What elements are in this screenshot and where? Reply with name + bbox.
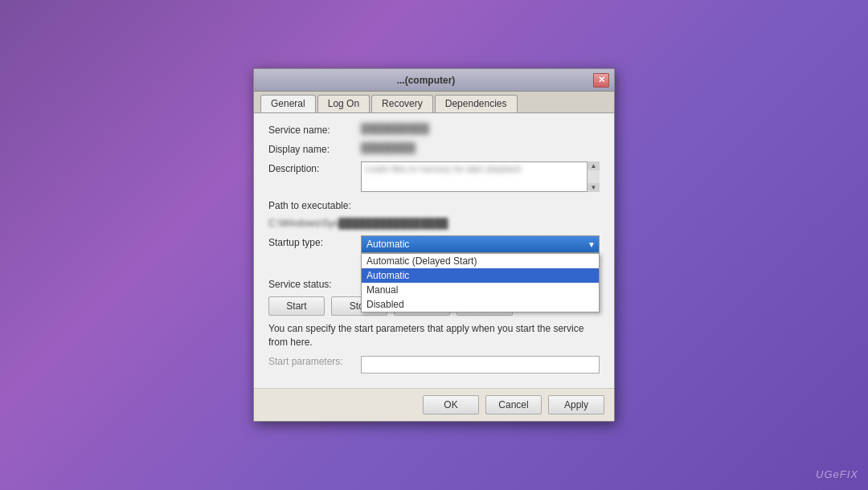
startup-label: Startup type: [268,235,361,248]
service-name-label: Service name: [268,123,361,136]
watermark: UGeFIX [816,468,858,480]
window-title: ...(computer) [259,75,593,86]
description-label: Description: [268,161,361,174]
option-disabled[interactable]: Disabled [362,297,599,312]
title-bar: ...(computer) ✕ [254,69,614,92]
close-button[interactable]: ✕ [593,73,609,88]
option-manual[interactable]: Manual [362,283,599,297]
dialog-content: Service name: ██████████ Display name: █… [254,113,614,388]
info-text: You can specify the start parameters tha… [268,322,600,349]
dialog-window: ...(computer) ✕ General Log On Recovery … [253,68,615,422]
cancel-button[interactable]: Cancel [485,395,542,414]
scroll-down-arrow[interactable]: ▼ [588,183,600,192]
tab-dependencies[interactable]: Dependencies [435,95,518,112]
description-row: Description: Loads files to memory for l… [268,161,600,192]
display-name-row: Display name: ████████ [268,142,600,155]
description-container: Loads files to memory for later playback… [361,161,600,192]
tab-logon[interactable]: Log On [317,95,370,112]
option-automatic-delayed[interactable]: Automatic (Delayed Start) [362,254,599,268]
startup-dropdown[interactable]: Automatic ▼ [361,235,600,253]
service-status-label: Service status: [268,279,361,290]
startup-type-row: Startup type: Automatic ▼ Automatic (Del… [268,235,600,253]
tab-bar: General Log On Recovery Dependencies [254,92,614,113]
description-scrollbar[interactable]: ▲ ▼ [587,161,600,192]
path-row: Path to executable: [268,198,600,211]
tab-recovery[interactable]: Recovery [371,95,433,112]
display-name-value: ████████ [361,142,600,153]
tab-general[interactable]: General [260,95,316,112]
service-name-value: ██████████ [361,123,600,134]
start-button[interactable]: Start [268,296,325,316]
startup-dropdown-list: Automatic (Delayed Start) Automatic Manu… [361,253,600,312]
display-name-label: Display name: [268,142,361,155]
startup-selected-text: Automatic [366,239,409,250]
start-params-row: Start parameters: [268,356,600,374]
ok-button[interactable]: OK [423,395,479,414]
start-params-label: Start parameters: [268,356,361,367]
bottom-buttons-row: OK Cancel Apply [254,388,614,421]
apply-button[interactable]: Apply [548,395,604,414]
service-name-row: Service name: ██████████ [268,123,600,136]
path-label: Path to executable: [268,198,361,211]
description-box: Loads files to memory for later playback [361,161,600,192]
option-automatic[interactable]: Automatic [362,268,599,283]
startup-container: Automatic ▼ Automatic (Delayed Start) Au… [361,235,600,253]
scroll-up-arrow[interactable]: ▲ [588,161,600,170]
dropdown-arrow-icon: ▼ [588,240,596,249]
path-value: C:\Windows\Sys████████████████ [268,218,600,229]
start-params-input[interactable] [361,356,600,374]
